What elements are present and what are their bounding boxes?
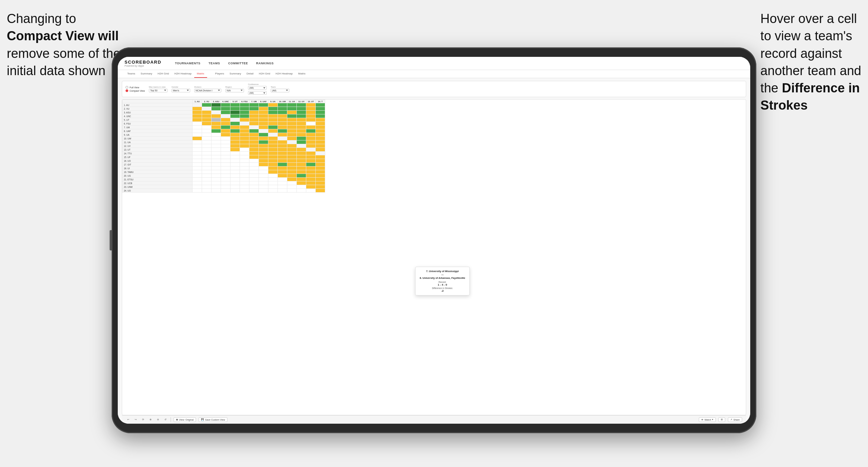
matrix-cell[interactable]: [221, 174, 230, 178]
matrix-cell[interactable]: [249, 118, 259, 122]
matrix-cell[interactable]: [306, 148, 316, 152]
matrix-cell[interactable]: [202, 107, 212, 111]
matrix-cell[interactable]: [240, 174, 249, 178]
matrix-cell[interactable]: [278, 174, 287, 178]
matrix-cell[interactable]: [278, 144, 287, 148]
matrix-cell[interactable]: [278, 140, 287, 144]
matrix-cell[interactable]: [268, 144, 278, 148]
matrix-cell[interactable]: [249, 114, 259, 118]
matrix-cell[interactable]: [212, 159, 221, 163]
matrix-cell[interactable]: [297, 155, 306, 159]
matrix-cell[interactable]: [287, 133, 297, 137]
watch-button[interactable]: 👁 Watch ▾: [699, 417, 716, 422]
matrix-cell[interactable]: [230, 140, 240, 144]
matrix-cell[interactable]: [249, 144, 259, 148]
matrix-cell[interactable]: [297, 152, 306, 155]
matrix-cell[interactable]: [306, 189, 316, 193]
matrix-cell[interactable]: [193, 155, 202, 159]
matrix-cell[interactable]: [287, 118, 297, 122]
matrix-cell[interactable]: [221, 189, 230, 193]
matrix-cell[interactable]: [268, 103, 278, 107]
matrix-cell[interactable]: [193, 166, 202, 170]
matrix-cell[interactable]: [287, 166, 297, 170]
matrix-cell[interactable]: [221, 122, 230, 126]
matrix-cell[interactable]: [202, 133, 212, 137]
gender-select[interactable]: Men's: [172, 89, 190, 92]
matrix-cell[interactable]: [212, 122, 221, 126]
matrix-cell[interactable]: [278, 137, 287, 140]
matrix-cell[interactable]: [268, 163, 278, 166]
matrix-cell[interactable]: [268, 129, 278, 133]
matrix-cell[interactable]: [316, 114, 325, 118]
matrix-cell[interactable]: [259, 166, 268, 170]
matrix-cell[interactable]: [268, 148, 278, 152]
matrix-cell[interactable]: [202, 137, 212, 140]
matrix-cell[interactable]: [316, 140, 325, 144]
matrix-cell[interactable]: [221, 185, 230, 189]
matrix-cell[interactable]: [268, 185, 278, 189]
matrix-cell[interactable]: [230, 174, 240, 178]
matrix-cell[interactable]: [306, 107, 316, 111]
conference-select2[interactable]: (All): [248, 91, 267, 95]
matrix-cell[interactable]: [278, 152, 287, 155]
matrix-cell[interactable]: [268, 107, 278, 111]
matrix-cell[interactable]: [268, 114, 278, 118]
matrix-cell[interactable]: [212, 185, 221, 189]
tab-detail[interactable]: Detail: [244, 70, 256, 78]
matrix-cell[interactable]: [306, 174, 316, 178]
matrix-cell[interactable]: [202, 114, 212, 118]
matrix-cell[interactable]: [230, 103, 240, 107]
matrix-cell[interactable]: [221, 163, 230, 166]
matrix-cell[interactable]: [202, 170, 212, 174]
matrix-cell[interactable]: [212, 133, 221, 137]
matrix-cell[interactable]: [316, 129, 325, 133]
matrix-cell[interactable]: [268, 133, 278, 137]
matrix-cell[interactable]: [202, 152, 212, 155]
matrix-cell[interactable]: [212, 155, 221, 159]
matrix-cell[interactable]: [230, 181, 240, 185]
matrix-cell[interactable]: [249, 126, 259, 129]
matrix-cell[interactable]: [287, 111, 297, 114]
matrix-cell[interactable]: [230, 126, 240, 129]
matrix-cell[interactable]: [316, 170, 325, 174]
matrix-cell[interactable]: [221, 126, 230, 129]
tab-players-h2h-grid[interactable]: H2H Grid: [256, 70, 273, 78]
matrix-cell[interactable]: [297, 107, 306, 111]
nav-tournaments[interactable]: TOURNAMENTS: [175, 62, 200, 65]
matrix-cell[interactable]: [259, 181, 268, 185]
matrix-cell[interactable]: [193, 159, 202, 163]
share-button[interactable]: ↗ Share: [728, 417, 742, 422]
matrix-cell[interactable]: [240, 178, 249, 181]
layout-button[interactable]: ⊞: [718, 417, 725, 422]
redo-button[interactable]: ↪: [133, 418, 138, 422]
matrix-cell[interactable]: [212, 111, 221, 114]
matrix-cell[interactable]: [212, 189, 221, 193]
matrix-cell[interactable]: [268, 126, 278, 129]
matrix-cell[interactable]: [259, 107, 268, 111]
matrix-cell[interactable]: [306, 111, 316, 114]
matrix-cell[interactable]: [278, 114, 287, 118]
matrix-cell[interactable]: [297, 174, 306, 178]
matrix-cell[interactable]: [249, 159, 259, 163]
matrix-cell[interactable]: [212, 166, 221, 170]
matrix-cell[interactable]: [193, 133, 202, 137]
matrix-cell[interactable]: [287, 185, 297, 189]
matrix-cell[interactable]: [230, 170, 240, 174]
matrix-cell[interactable]: [259, 129, 268, 133]
matrix-cell[interactable]: [240, 159, 249, 163]
matrix-cell[interactable]: [202, 163, 212, 166]
matrix-cell[interactable]: [306, 133, 316, 137]
matrix-cell[interactable]: [221, 166, 230, 170]
matrix-cell[interactable]: [268, 118, 278, 122]
matrix-cell[interactable]: [249, 152, 259, 155]
tab-teams[interactable]: Teams: [125, 70, 138, 78]
zoom-out-button[interactable]: ⊖: [156, 418, 160, 422]
matrix-cell[interactable]: [259, 148, 268, 152]
matrix-cell[interactable]: [212, 140, 221, 144]
matrix-cell[interactable]: [316, 126, 325, 129]
matrix-cell[interactable]: [259, 189, 268, 193]
matrix-cell[interactable]: [202, 126, 212, 129]
matrix-cell[interactable]: [316, 137, 325, 140]
matrix-cell[interactable]: [316, 122, 325, 126]
matrix-cell[interactable]: [240, 189, 249, 193]
